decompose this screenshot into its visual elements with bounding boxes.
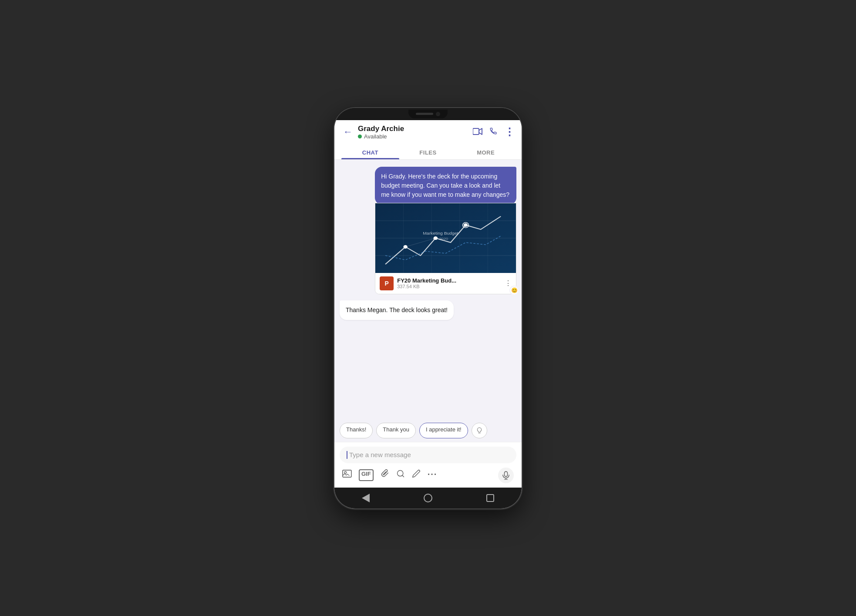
file-details: FY20 Marketing Bud... 337.54 KB: [397, 277, 501, 289]
back-button[interactable]: ←: [341, 125, 354, 139]
back-triangle-icon: [362, 494, 370, 502]
suggestion-thank-you[interactable]: Thank you: [376, 423, 416, 438]
phone-frame: ← Grady Archie Available: [334, 108, 522, 508]
toolbar-icons: GIF: [342, 469, 437, 481]
suggestion-thanks[interactable]: Thanks!: [340, 423, 373, 438]
received-bubble: Thanks Megan. The deck looks great!: [340, 300, 454, 320]
speaker-bar: [416, 113, 433, 115]
status-dot: [358, 135, 362, 138]
sent-message: Hi Grady. Here's the deck for the upcomi…: [375, 167, 516, 294]
file-attachment[interactable]: Marketing Budget FY 2020 P FY20 Marketin…: [375, 203, 516, 294]
phone-call-button[interactable]: [489, 127, 497, 137]
microphone-button[interactable]: [498, 468, 514, 483]
more-toolbar-button[interactable]: ···: [428, 469, 438, 481]
toolbar: GIF: [340, 468, 516, 483]
video-call-button[interactable]: [473, 127, 482, 137]
bottom-nav: [334, 488, 522, 508]
nav-home-button[interactable]: [422, 492, 434, 504]
pen-button[interactable]: [412, 469, 421, 481]
camera-notch: [408, 110, 448, 118]
reaction-indicator: 😊: [509, 286, 519, 295]
sent-bubble-wrapper: Hi Grady. Here's the deck for the upcomi…: [375, 167, 516, 294]
ppt-icon: P: [380, 276, 394, 290]
suggestion-lightbulb-button[interactable]: [472, 423, 487, 438]
tab-chat[interactable]: CHAT: [341, 145, 399, 159]
contact-status: Available: [358, 133, 473, 140]
phone-screen: ← Grady Archie Available: [334, 120, 522, 508]
chat-area: Hi Grady. Here's the deck for the upcomi…: [334, 160, 522, 421]
camera-dot: [436, 112, 440, 116]
chat-header: ← Grady Archie Available: [334, 120, 522, 160]
svg-text:FY 2020: FY 2020: [433, 236, 448, 240]
chart-svg: Marketing Budget FY 2020: [375, 203, 516, 273]
suggestions-bar: Thanks! Thank you I appreciate it!: [334, 421, 522, 442]
svg-text:Marketing Budget: Marketing Budget: [423, 231, 458, 235]
more-options-button[interactable]: ⋮: [504, 126, 515, 138]
text-cursor: [347, 451, 347, 459]
tabs: CHAT FILES MORE: [341, 145, 515, 159]
header-title: Grady Archie Available: [358, 125, 473, 140]
input-area: Type a new message GIF: [334, 442, 522, 488]
file-info-bar: P FY20 Marketing Bud... 337.54 KB ⋮: [375, 273, 516, 294]
attachment-button[interactable]: [381, 469, 389, 481]
recents-square-icon: [486, 494, 494, 502]
svg-rect-0: [473, 128, 479, 135]
home-circle-icon: [424, 494, 432, 502]
svg-point-17: [344, 471, 347, 474]
file-more-button[interactable]: ⋮: [505, 279, 512, 287]
header-top: ← Grady Archie Available: [341, 125, 515, 143]
svg-rect-19: [504, 471, 507, 477]
tab-more[interactable]: MORE: [457, 145, 515, 159]
sent-bubble: Hi Grady. Here's the deck for the upcomi…: [375, 167, 516, 205]
message-input-row[interactable]: Type a new message: [340, 447, 516, 463]
message-placeholder: Type a new message: [349, 451, 509, 458]
svg-rect-16: [343, 470, 351, 477]
image-button[interactable]: [342, 469, 352, 481]
phone-top-bar: [334, 108, 522, 120]
file-name: FY20 Marketing Bud...: [397, 277, 501, 284]
nav-recents-button[interactable]: [484, 492, 496, 504]
sent-message-text: Hi Grady. Here's the deck for the upcomi…: [381, 173, 509, 198]
search-button[interactable]: [396, 469, 405, 481]
gif-button[interactable]: GIF: [359, 469, 374, 481]
tab-files[interactable]: FILES: [399, 145, 457, 159]
status-text: Available: [364, 133, 387, 140]
received-message-text: Thanks Megan. The deck looks great!: [346, 306, 448, 313]
contact-name: Grady Archie: [358, 125, 473, 133]
svg-point-11: [464, 223, 468, 227]
file-preview: Marketing Budget FY 2020: [375, 203, 516, 273]
nav-back-button[interactable]: [360, 492, 372, 504]
file-size: 337.54 KB: [397, 284, 501, 289]
received-message: Thanks Megan. The deck looks great!: [340, 300, 454, 320]
header-actions: ⋮: [473, 126, 515, 138]
suggestion-appreciate[interactable]: I appreciate it!: [419, 423, 468, 438]
